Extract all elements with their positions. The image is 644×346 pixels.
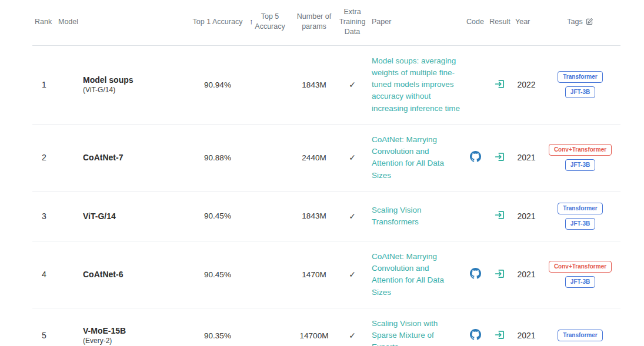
model-cell: V-MoE-15B (Every-2) [56,308,188,346]
paper-link[interactable]: Scaling Vision with Sparse Mixture of Ex… [372,318,461,346]
column-header-code[interactable]: Code [463,1,487,45]
code-cell [463,308,487,346]
top1-accuracy-cell: 90.45% [188,241,247,308]
paper-cell: Scaling Vision Transformers [369,191,463,241]
paper-cell: CoAtNet: Marrying Convolution and Attent… [369,241,463,308]
model-name: Model soups [58,75,186,85]
model-name: V-MoE-15B [58,326,186,335]
year-value: 2022 [517,80,535,89]
column-header-rank[interactable]: Rank [32,1,56,45]
top1-accuracy-cell: 90.45% [188,191,247,241]
leaderboard-table: Rank Model Top 1 Accuracy↑ Top 5 Accurac… [32,1,620,346]
extra-training-data-cell: ✓ [335,241,369,308]
github-code-icon[interactable] [470,329,481,340]
params-cell: 1470M [293,241,335,308]
tag-badge[interactable]: JFT-3B [565,159,595,171]
year-value: 2021 [517,331,535,340]
column-header-tags[interactable]: Tags [540,1,620,45]
top1-accuracy-value: 90.94% [204,80,231,89]
params-cell: 1843M [293,191,335,241]
year-cell: 2021 [513,241,540,308]
column-header-paper[interactable]: Paper [369,1,463,45]
table-row: 4 CoAtNet-6 90.45% 1470M ✓ CoAtNet: Marr… [32,241,620,308]
tag-badge[interactable]: Transformer [558,330,602,341]
code-cell [463,241,487,308]
model-name: CoAtNet-7 [58,153,186,162]
rank-cell: 2 [32,124,56,191]
extra-training-data-cell: ✓ [335,308,369,346]
tags-cell: Transformer [540,308,620,346]
year-cell: 2021 [513,308,540,346]
params-cell: 1843M [293,45,335,124]
checkmark-icon: ✓ [349,153,356,162]
paper-link[interactable]: Model soups: averaging weights of multip… [372,55,461,115]
year-value: 2021 [517,211,535,221]
paper-link[interactable]: CoAtNet: Marrying Convolution and Attent… [372,251,461,298]
tags-cell: Conv+Transformer JFT-3B [540,124,620,191]
paper-cell: CoAtNet: Marrying Convolution and Attent… [369,124,463,191]
column-header-extra-training-data[interactable]: Extra Training Data [335,1,369,45]
rank-value: 2 [42,153,46,162]
result-link-icon[interactable] [495,79,505,89]
edit-tags-icon[interactable] [586,18,593,25]
tags-cell: Conv+Transformer JFT-3B [540,241,620,308]
tag-badge[interactable]: Conv+Transformer [549,144,612,156]
top5-accuracy-cell [247,241,293,308]
model-cell: Model soups (ViT-G/14) [56,45,188,124]
tags-cell: Transformer JFT-3B [540,191,620,241]
checkmark-icon: ✓ [349,211,356,221]
top1-accuracy-value: 90.88% [204,153,231,162]
tag-badge[interactable]: JFT-3B [565,86,595,98]
params-cell: 2440M [293,124,335,191]
tag-badge[interactable]: Conv+Transformer [549,261,612,273]
paper-cell: Model soups: averaging weights of multip… [369,45,463,124]
github-code-icon[interactable] [470,151,481,162]
extra-training-data-cell: ✓ [335,191,369,241]
result-link-icon[interactable] [495,268,505,279]
github-code-icon[interactable] [470,268,481,279]
column-header-top1[interactable]: Top 1 Accuracy↑ [188,1,247,45]
tag-badge[interactable]: Transformer [558,71,602,83]
paper-link[interactable]: Scaling Vision Transformers [372,204,461,229]
model-variant: (Every-2) [58,337,186,345]
result-link-icon[interactable] [495,210,505,220]
column-header-model[interactable]: Model [56,1,188,45]
extra-training-data-cell: ✓ [335,45,369,124]
tag-badge[interactable]: JFT-3B [565,218,595,230]
table-row: 3 ViT-G/14 90.45% 1843M ✓ Scaling Vision… [32,191,620,241]
top1-accuracy-value: 90.45% [204,211,231,220]
code-cell [463,124,487,191]
tag-badge[interactable]: JFT-3B [565,276,595,288]
checkmark-icon: ✓ [349,80,356,89]
result-link-icon[interactable] [495,152,505,162]
column-header-params[interactable]: Number of params [293,1,335,45]
top1-accuracy-cell: 90.35% [188,308,247,346]
column-header-tags-label: Tags [567,18,582,26]
model-cell: ViT-G/14 [56,191,188,241]
result-cell [487,45,513,124]
result-link-icon[interactable] [495,330,505,340]
rank-value: 5 [42,331,46,340]
table-row: 1 Model soups (ViT-G/14) 90.94% 1843M ✓ … [32,45,620,124]
result-cell [487,308,513,346]
sort-ascending-icon[interactable]: ↑ [249,16,253,27]
checkmark-icon: ✓ [349,331,356,340]
result-cell [487,241,513,308]
rank-cell: 5 [32,308,56,346]
params-value: 2440M [302,153,326,162]
year-cell: 2021 [513,191,540,241]
leaderboard-table-container: Rank Model Top 1 Accuracy↑ Top 5 Accurac… [0,0,644,346]
result-cell [487,191,513,241]
params-value: 1843M [302,211,326,220]
column-header-result[interactable]: Result [487,1,513,45]
paper-link[interactable]: CoAtNet: Marrying Convolution and Attent… [372,134,461,182]
year-cell: 2021 [513,124,540,191]
column-header-year[interactable]: Year [513,1,540,45]
tag-badge[interactable]: Transformer [558,203,602,214]
paper-cell: Scaling Vision with Sparse Mixture of Ex… [369,308,463,346]
column-header-top1-label: Top 1 Accuracy [193,18,243,26]
top5-accuracy-cell [247,308,293,346]
column-header-top5[interactable]: Top 5 Accuracy [247,1,293,45]
params-value: 1470M [302,270,326,279]
params-cell: 14700M [293,308,335,346]
